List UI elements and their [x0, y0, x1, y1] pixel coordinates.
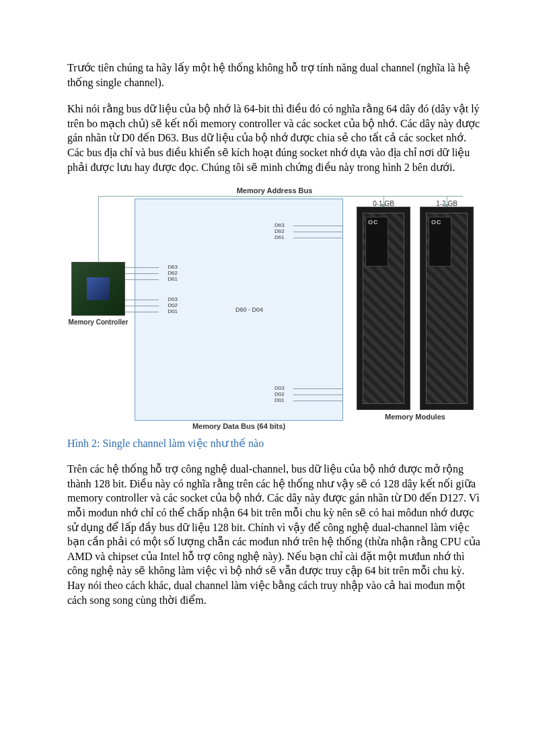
data-line-label: D01 — [274, 397, 285, 403]
data-lines-left-bot: D03 D02 D01 — [125, 300, 159, 318]
data-line-label: D03 — [168, 296, 178, 302]
data-bus-label: Memory Data Bus (64 bits) — [135, 422, 343, 430]
address-bus-label: Memory Address Bus — [67, 186, 482, 195]
figure-caption: Hình 2: Single channel làm việc như thế … — [67, 437, 482, 450]
address-bus-to-chip-h — [98, 196, 128, 197]
data-line-label: D62 — [168, 270, 178, 276]
data-line-label: D02 — [168, 302, 178, 308]
address-bus-line — [128, 196, 463, 197]
paragraph-intro: Trước tiên chúng ta hãy lấy một hệ thống… — [67, 61, 482, 90]
data-line-label: D61 — [168, 276, 178, 282]
memory-module-icon — [420, 207, 474, 410]
diagram-single-channel: Memory Address Bus Memory Data Bus (64 b… — [67, 186, 482, 434]
paragraph-explain-64bit: Khi nói rằng bus dữ liệu của bộ nhớ là 6… — [67, 102, 482, 174]
data-lines-right-bot: D03 D02 D01 — [293, 388, 343, 407]
memory-controller-chip-icon — [71, 262, 125, 316]
memory-controller-label: Memory Controller — [62, 318, 135, 326]
data-lines-right-top: D63 D62 D61 — [293, 226, 343, 244]
data-range-mid-label: D60 - D04 — [235, 306, 263, 313]
data-lines-left-top: D63 D62 D61 — [125, 267, 159, 285]
address-bus-to-chip-v — [98, 196, 99, 262]
data-line-label: D01 — [168, 308, 178, 314]
document-page: Trước tiên chúng ta hãy lấy một hệ thống… — [0, 0, 549, 660]
data-line-label: D02 — [274, 391, 285, 397]
memory-modules-label: Memory Modules — [357, 413, 474, 421]
memory-module-icon — [357, 207, 410, 410]
data-line-label: D03 — [274, 385, 285, 391]
data-line-label: D62 — [274, 228, 285, 234]
data-line-label: D63 — [274, 222, 285, 228]
paragraph-dual-channel: Trên các hệ thống hỗ trợ công nghệ dual-… — [67, 462, 482, 607]
data-line-label: D63 — [168, 264, 178, 270]
data-line-label: D61 — [274, 234, 285, 240]
